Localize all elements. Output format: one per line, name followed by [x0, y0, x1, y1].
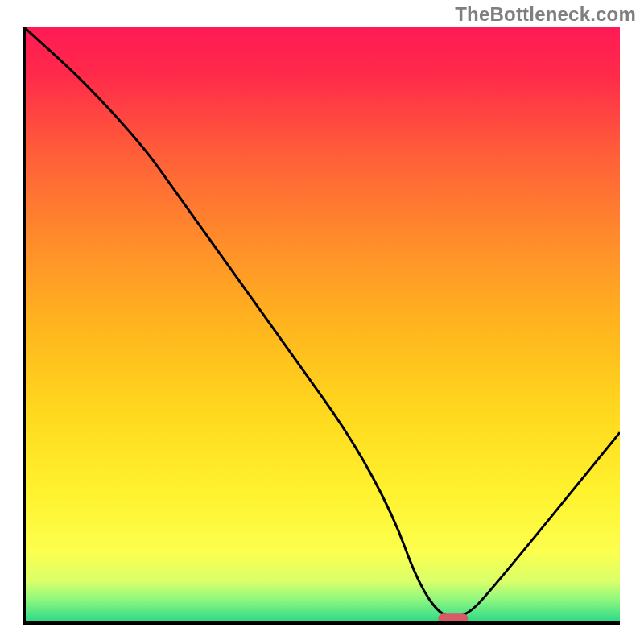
chart-container: TheBottleneck.com: [0, 0, 644, 644]
watermark-text: TheBottleneck.com: [455, 3, 636, 26]
bottleneck-chart: [0, 0, 644, 644]
gradient-background: [24, 27, 620, 623]
